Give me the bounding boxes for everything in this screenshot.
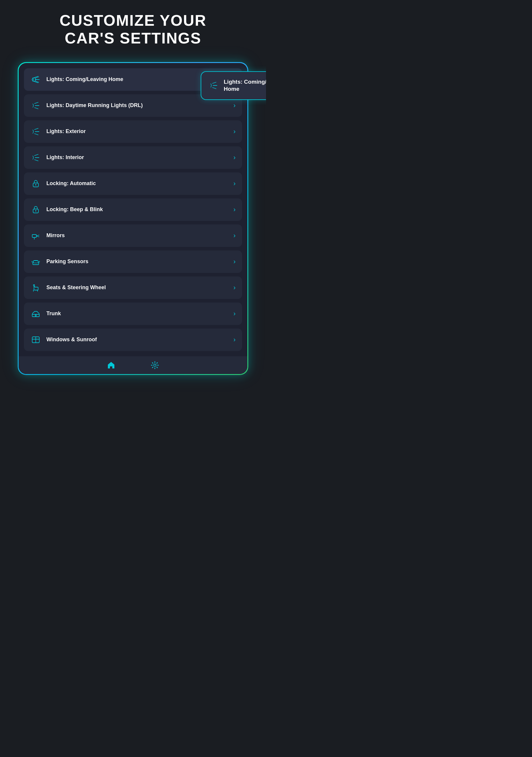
menu-item-locking-beep[interactable]: Locking: Beep & Blink › <box>24 198 242 221</box>
headlight-icon-3 <box>30 152 41 163</box>
svg-point-36 <box>154 364 156 366</box>
menu-chevron-8: › <box>233 284 236 291</box>
popup-headlight-icon <box>208 80 219 91</box>
svg-point-32 <box>35 315 36 316</box>
lock-icon-5 <box>30 204 41 215</box>
menu-item-lights-exterior[interactable]: Lights: Exterior › <box>24 120 242 143</box>
svg-line-26 <box>36 236 39 237</box>
bottom-nav <box>18 356 248 374</box>
menu-list: Lights: Coming/Leaving Home › L <box>18 63 248 351</box>
menu-chevron-4: › <box>233 180 236 188</box>
headlight-icon-0 <box>30 74 41 85</box>
svg-point-21 <box>35 184 36 185</box>
menu-label-10: Windows & Sunroof <box>46 337 233 343</box>
menu-chevron-3: › <box>233 154 236 162</box>
svg-line-11 <box>35 102 38 104</box>
window-icon-10 <box>30 334 41 345</box>
home-nav-button[interactable] <box>107 361 115 369</box>
svg-point-23 <box>35 210 36 211</box>
menu-item-windows-sunroof[interactable]: Windows & Sunroof › <box>24 328 242 351</box>
menu-item-trunk[interactable]: Trunk › <box>24 303 242 325</box>
menu-chevron-2: › <box>233 128 236 136</box>
svg-line-8 <box>213 82 216 83</box>
menu-item-seats-steering[interactable]: Seats & Steering Wheel › <box>24 277 242 299</box>
svg-rect-24 <box>32 234 36 237</box>
menu-chevron-5: › <box>233 206 236 214</box>
menu-chevron-1: › <box>233 102 236 109</box>
menu-item-parking-sensors[interactable]: Parking Sensors › <box>24 251 242 273</box>
svg-line-13 <box>35 107 38 109</box>
parking-icon-7 <box>30 257 41 267</box>
menu-chevron-7: › <box>233 258 236 265</box>
lock-icon-4 <box>30 178 41 189</box>
menu-label-4: Locking: Automatic <box>46 180 233 187</box>
svg-rect-28 <box>33 261 38 263</box>
svg-line-19 <box>35 160 38 161</box>
menu-chevron-10: › <box>233 336 236 344</box>
headlight-icon-2 <box>30 126 41 137</box>
menu-label-7: Parking Sensors <box>46 258 233 265</box>
device-wrapper: Lights: Coming/Leaving Home › L <box>18 62 248 375</box>
menu-label-5: Locking: Beep & Blink <box>46 206 233 213</box>
page-title: CUSTOMIZE YOUR CAR'S SETTINGS <box>59 12 206 47</box>
menu-label-9: Trunk <box>46 311 233 317</box>
svg-line-17 <box>35 154 38 156</box>
headlight-icon-1 <box>30 100 41 111</box>
menu-label-1: Lights: Daytime Running Lights (DRL) <box>46 102 233 108</box>
tablet-outer: Lights: Coming/Leaving Home › L <box>18 62 248 375</box>
popup-label: Lights: Coming/Leaving Home <box>224 78 266 93</box>
trunk-icon-9 <box>30 308 41 319</box>
menu-label-3: Lights: Interior <box>46 154 233 161</box>
menu-item-lights-interior[interactable]: Lights: Interior › <box>24 146 242 169</box>
menu-item-lights-coming-leaving[interactable]: Lights: Coming/Leaving Home › L <box>24 68 242 91</box>
svg-line-16 <box>35 134 38 135</box>
svg-line-10 <box>213 87 216 89</box>
settings-nav-button[interactable] <box>151 361 159 369</box>
menu-label-6: Mirrors <box>46 232 233 239</box>
svg-line-14 <box>35 128 38 130</box>
mirror-icon-6 <box>30 230 41 241</box>
menu-label-2: Lights: Exterior <box>46 128 233 135</box>
menu-chevron-6: › <box>233 232 236 239</box>
menu-item-locking-automatic[interactable]: Locking: Automatic › <box>24 172 242 195</box>
popup-card[interactable]: Lights: Coming/Leaving Home › <box>201 71 266 100</box>
seat-icon-8 <box>30 283 41 293</box>
menu-chevron-9: › <box>233 310 236 318</box>
menu-label-8: Seats & Steering Wheel <box>46 285 233 291</box>
menu-item-mirrors[interactable]: Mirrors › <box>24 225 242 247</box>
tablet-inner: Lights: Coming/Leaving Home › L <box>18 63 248 374</box>
